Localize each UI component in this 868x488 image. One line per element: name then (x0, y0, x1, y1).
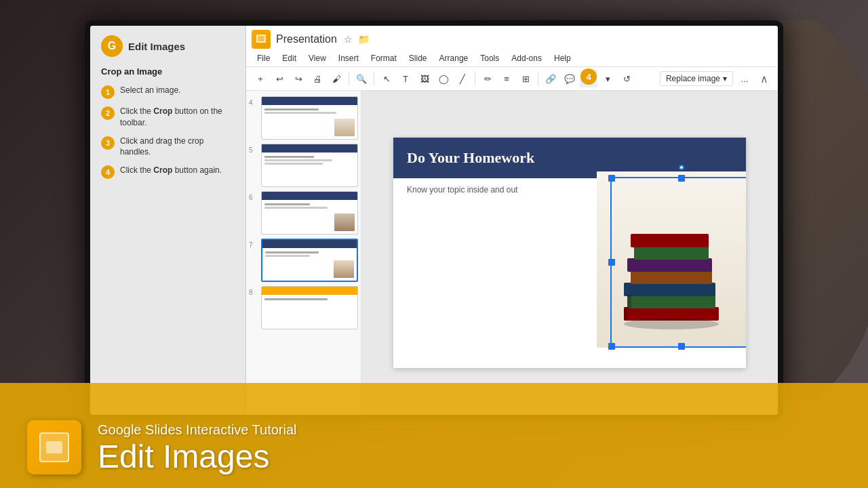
menu-help[interactable]: Help (549, 52, 576, 65)
slide-num-5: 5 (249, 144, 258, 154)
slide-line-6-1 (264, 203, 310, 205)
svg-rect-9 (624, 307, 628, 321)
slide-thumb-6[interactable]: 6 (249, 191, 358, 235)
toolbar-comment-btn[interactable]: 💬 (561, 70, 578, 87)
toolbar-paintformat-btn[interactable]: 🖌 (328, 70, 345, 87)
star-icon[interactable]: ☆ (342, 33, 354, 46)
menu-bar: File Edit View Insert Format Slide Arran… (252, 50, 772, 66)
bottom-overlay: Google Slides Interactive Tutorial Edit … (0, 366, 868, 488)
google-logo: G (101, 35, 123, 57)
toolbar-shape-btn[interactable]: ◯ (435, 70, 452, 87)
toolbar-text-btn[interactable]: T (397, 70, 414, 87)
svg-rect-1 (258, 36, 264, 41)
bottom-content: Google Slides Interactive Tutorial Edit … (0, 407, 868, 488)
toolbar-redo-btn[interactable]: ↪ (290, 70, 307, 87)
menu-addons[interactable]: Add-ons (506, 52, 547, 65)
slide-thumb-8[interactable]: 8 (249, 286, 358, 329)
toolbar-image-btn[interactable]: 🖼 (416, 70, 433, 87)
menu-insert[interactable]: Insert (333, 52, 364, 65)
app-topbar: Presentation ☆ 📁 File Edit View Insert F… (246, 26, 778, 67)
toolbar-print-btn[interactable]: 🖨 (309, 70, 326, 87)
toolbar-link-btn[interactable]: 🔗 (542, 70, 559, 87)
toolbar-more-btn[interactable]: ... (736, 70, 753, 87)
slide-content-8 (262, 297, 357, 303)
books-image (597, 171, 746, 348)
slide-main: Do Your Homework Know your topic inside … (393, 138, 746, 368)
slide-line-4-2 (264, 112, 336, 114)
slide-line-5-1 (264, 156, 314, 158)
slides-icon-rect (46, 441, 62, 453)
slide-preview-4[interactable] (261, 96, 358, 140)
step-2-text: Click the Crop button on the toolbar. (120, 106, 235, 129)
step-3-number: 3 (101, 136, 115, 150)
slide-content-6 (262, 202, 357, 211)
crop-badge: 4 (580, 68, 597, 85)
slide-bar-7 (262, 240, 357, 248)
slides-inner-icon (39, 432, 69, 462)
slide-line-7-2 (265, 255, 310, 257)
replace-image-button[interactable]: Replace image ▾ (660, 71, 733, 86)
toolbar-add-btn[interactable]: + (252, 70, 269, 87)
slide-preview-8[interactable] (261, 286, 358, 329)
toolbar-cursor-btn[interactable]: ↖ (378, 70, 395, 87)
toolbar-line-btn[interactable]: ╱ (454, 70, 471, 87)
app-title: Edit Images (128, 41, 185, 52)
toolbar-zoom-btn[interactable]: 🔍 (353, 70, 370, 87)
toolbar-align-btn[interactable]: ⊞ (517, 70, 534, 87)
slides-app: Presentation ☆ 📁 File Edit View Insert F… (246, 26, 778, 415)
toolbar-crop-dropdown[interactable]: ▾ (599, 70, 616, 87)
toolbar-collapse-btn[interactable]: ∧ (756, 71, 772, 87)
slide-preview-6[interactable] (261, 191, 358, 235)
svg-point-11 (624, 319, 719, 329)
svg-rect-8 (631, 234, 709, 247)
slides-app-icon (252, 30, 271, 49)
slide-preview-7[interactable] (261, 239, 358, 282)
slide-line-8-1 (264, 298, 328, 300)
svg-rect-4 (624, 283, 715, 296)
slide-thumb-5[interactable]: 5 (249, 144, 358, 187)
screen: G Edit Images Crop an Image 1 Select an … (90, 26, 778, 415)
slide-line-5-2 (264, 159, 332, 161)
svg-rect-6 (627, 258, 712, 272)
thumb-img-inner-4 (334, 119, 355, 136)
menu-slide[interactable]: Slide (403, 52, 433, 65)
menu-tools[interactable]: Tools (475, 52, 505, 65)
menu-format[interactable]: Format (366, 52, 402, 65)
toolbar-pen-btn[interactable]: ✏ (479, 70, 496, 87)
slides-logo-large (27, 420, 81, 474)
menu-file[interactable]: File (252, 52, 275, 65)
menu-arrange[interactable]: Arrange (434, 52, 474, 65)
slide-thumb-7[interactable]: 7 (249, 239, 358, 282)
toolbar-undo-btn[interactable]: ↩ (271, 70, 288, 87)
crop-btn-wrapper: 4 ⊡ (580, 70, 597, 87)
slide-bar-5 (262, 144, 357, 152)
slide-line-6-2 (264, 207, 328, 209)
svg-rect-5 (631, 270, 712, 284)
tutorial-panel: G Edit Images Crop an Image 1 Select an … (90, 26, 246, 415)
menu-edit[interactable]: Edit (277, 52, 302, 65)
step-1: 1 Select an image. (101, 85, 235, 99)
menu-view[interactable]: View (303, 52, 332, 65)
toolbar-right: Replace image ▾ ... ∧ (660, 70, 772, 87)
folder-icon[interactable]: 📁 (357, 33, 371, 46)
toolbar: + ↩ ↪ 🖨 🖌 🔍 ↖ T 🖼 ◯ ╱ ✏ ≡ ⊞ 🔗 💬 (246, 67, 778, 91)
toolbar-sep-1 (349, 72, 349, 85)
toolbar-list-btn[interactable]: ≡ (498, 70, 515, 87)
books-svg (597, 178, 746, 348)
slide-preview-5[interactable] (261, 144, 358, 187)
replace-image-label: Replace image (666, 74, 720, 83)
slide-thumb-4[interactable]: 4 (249, 96, 358, 140)
toolbar-reset-btn[interactable]: ↺ (618, 70, 635, 87)
title-row: Presentation ☆ 📁 (252, 26, 772, 50)
toolbar-sep-3 (475, 72, 475, 85)
svg-rect-7 (634, 246, 709, 260)
presentation-title[interactable]: Presentation (276, 33, 337, 45)
thumb-img-6 (334, 214, 355, 231)
step-2: 2 Click the Crop button on the toolbar. (101, 106, 235, 129)
step-1-text: Select an image. (120, 85, 180, 96)
image-container[interactable] (597, 171, 746, 348)
svg-rect-3 (627, 295, 715, 308)
thumb-img-inner-7 (334, 260, 354, 278)
slide-bar-4 (262, 97, 357, 105)
step-4-number: 4 (101, 165, 115, 179)
